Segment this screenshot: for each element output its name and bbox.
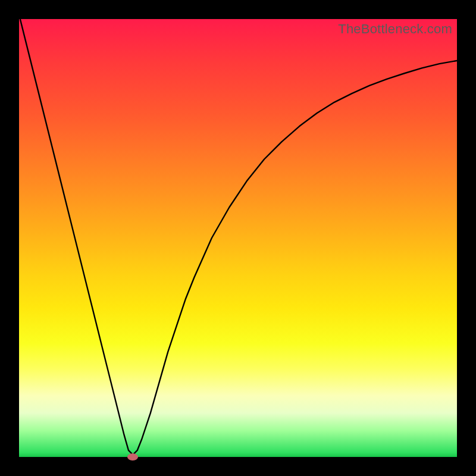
point-of-interest xyxy=(127,453,138,461)
plot-area: TheBottleneck.com xyxy=(19,19,457,457)
bottleneck-curve xyxy=(19,19,457,457)
curve-path xyxy=(19,19,457,455)
chart-frame: TheBottleneck.com xyxy=(0,0,476,476)
